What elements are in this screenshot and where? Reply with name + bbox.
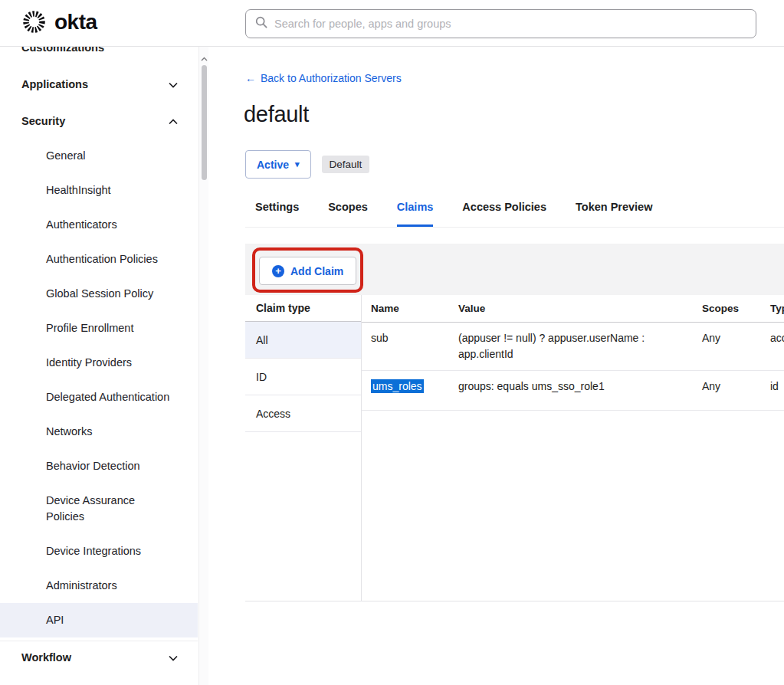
claim-value: groups: equals ums_sso_role1 bbox=[449, 371, 693, 402]
sidebar-item-label: Authenticators bbox=[46, 217, 117, 233]
sidebar-item-customizations[interactable]: Customizations bbox=[0, 47, 198, 55]
column-header-type: Type bbox=[761, 295, 784, 322]
top-bar: okta bbox=[0, 0, 784, 47]
tab-settings[interactable]: Settings bbox=[255, 201, 299, 227]
sidebar-item-label: Administrators bbox=[46, 578, 117, 594]
sidebar-item-api[interactable]: API bbox=[0, 603, 198, 637]
sidebar-item-label: Delegated Authentication bbox=[46, 389, 169, 405]
security-submenu: General HealthInsight Authenticators Aut… bbox=[0, 139, 198, 637]
claim-type-access[interactable]: Access bbox=[245, 395, 361, 432]
okta-wordmark: okta bbox=[54, 10, 97, 34]
sidebar-section-label: Workflow bbox=[21, 651, 71, 664]
sidebar-item-authenticators[interactable]: Authenticators bbox=[0, 208, 198, 242]
plus-circle-icon: + bbox=[272, 265, 284, 277]
sidebar-item-label: General bbox=[46, 148, 86, 164]
table-row[interactable]: ums_roles groups: equals ums_sso_role1 A… bbox=[362, 371, 784, 411]
chevron-down-icon bbox=[169, 78, 178, 90]
tab-bar: Settings Scopes Claims Access Policies T… bbox=[245, 201, 784, 228]
claims-table-header: Name Value Scopes Type bbox=[362, 295, 784, 323]
tab-token-preview[interactable]: Token Preview bbox=[576, 201, 652, 227]
add-claim-label: Add Claim bbox=[290, 265, 343, 277]
sidebar-item-general[interactable]: General bbox=[0, 139, 198, 173]
column-header-scopes: Scopes bbox=[693, 295, 761, 322]
scrollbar-thumb[interactable] bbox=[202, 65, 207, 180]
search-icon bbox=[255, 16, 267, 31]
sidebar-item-label: Authentication Policies bbox=[46, 251, 158, 267]
sidebar-section-applications[interactable]: Applications bbox=[0, 68, 198, 100]
claim-name: ums_roles bbox=[362, 371, 449, 402]
sidebar-item-label: Behavior Detection bbox=[46, 458, 140, 474]
add-claim-button[interactable]: + Add Claim bbox=[259, 257, 356, 285]
sidebar-item-networks[interactable]: Networks bbox=[0, 415, 198, 449]
sidebar-section-workflow[interactable]: Workflow bbox=[0, 641, 198, 673]
search-input[interactable] bbox=[274, 18, 746, 30]
global-search[interactable] bbox=[245, 9, 756, 38]
claim-type-id[interactable]: ID bbox=[245, 359, 361, 395]
sidebar-item-authentication-policies[interactable]: Authentication Policies bbox=[0, 242, 198, 277]
sidebar-section-label: Applications bbox=[21, 78, 88, 90]
claim-value: (appuser != null) ? appuser.userName : a… bbox=[449, 323, 693, 370]
claim-type-header: Claim type bbox=[245, 295, 361, 322]
scroll-up-icon[interactable] bbox=[199, 51, 209, 64]
sidebar-item-label: Profile Enrollment bbox=[46, 320, 133, 336]
column-header-name: Name bbox=[362, 295, 449, 322]
back-arrow-icon: ← bbox=[245, 72, 256, 84]
back-to-authorization-servers-link[interactable]: ← Back to Authorization Servers bbox=[245, 72, 402, 84]
sidebar-item-label: API bbox=[46, 612, 64, 628]
sidebar-item-global-session-policy[interactable]: Global Session Policy bbox=[0, 277, 198, 311]
chevron-up-icon bbox=[169, 115, 178, 127]
claims-table: Name Value Scopes Type sub (appuser != n… bbox=[362, 295, 784, 411]
active-label: Active bbox=[257, 159, 289, 171]
chevron-down-icon bbox=[169, 651, 178, 664]
claim-scopes: Any bbox=[693, 323, 761, 354]
claims-toolbar: + Add Claim bbox=[245, 244, 784, 295]
sidebar-item-delegated-authentication[interactable]: Delegated Authentication bbox=[0, 380, 198, 415]
sidebar-item-healthinsight[interactable]: HealthInsight bbox=[0, 173, 198, 208]
sidebar-item-administrators[interactable]: Administrators bbox=[0, 569, 198, 603]
okta-logo[interactable]: okta bbox=[21, 8, 97, 35]
sidebar-item-profile-enrollment[interactable]: Profile Enrollment bbox=[0, 311, 198, 346]
sidebar-section-label: Security bbox=[21, 115, 65, 127]
sidebar-item-label: HealthInsight bbox=[46, 182, 111, 198]
sidebar-item-label: Global Session Policy bbox=[46, 286, 153, 302]
sidebar-item-label: Networks bbox=[46, 424, 92, 440]
sidebar: Customizations Applications Security Gen… bbox=[0, 47, 198, 685]
column-header-value: Value bbox=[449, 295, 693, 322]
sidebar-item-label: Identity Providers bbox=[46, 355, 132, 371]
okta-ring-icon bbox=[21, 8, 48, 35]
sidebar-section-security[interactable]: Security bbox=[0, 105, 198, 137]
tab-scopes[interactable]: Scopes bbox=[328, 201, 368, 227]
sidebar-item-behavior-detection[interactable]: Behavior Detection bbox=[0, 449, 198, 483]
table-row[interactable]: sub (appuser != null) ? appuser.userName… bbox=[362, 323, 784, 371]
claim-type: id bbox=[761, 371, 784, 402]
default-badge: Default bbox=[322, 156, 370, 173]
sidebar-item-label: Device Integrations bbox=[46, 543, 141, 559]
selected-text-highlight: ums_roles bbox=[371, 379, 424, 393]
claim-type: access bbox=[761, 323, 784, 354]
claim-name: sub bbox=[362, 323, 449, 354]
claim-type-panel: Claim type All ID Access bbox=[245, 295, 362, 601]
sidebar-scrollbar[interactable] bbox=[198, 47, 208, 685]
active-status-dropdown[interactable]: Active ▾ bbox=[245, 150, 311, 179]
sidebar-item-device-assurance-policies[interactable]: Device Assurance Policies bbox=[0, 483, 198, 534]
page-title: default bbox=[244, 102, 309, 127]
tab-access-policies[interactable]: Access Policies bbox=[462, 201, 546, 227]
claim-type-all[interactable]: All bbox=[245, 322, 361, 359]
sidebar-item-identity-providers[interactable]: Identity Providers bbox=[0, 346, 198, 380]
sidebar-item-device-integrations[interactable]: Device Integrations bbox=[0, 534, 198, 569]
main-content: ← Back to Authorization Servers default … bbox=[245, 47, 784, 685]
status-row: Active ▾ Default bbox=[245, 150, 369, 179]
caret-down-icon: ▾ bbox=[295, 159, 300, 169]
tab-claims[interactable]: Claims bbox=[397, 201, 434, 227]
claim-scopes: Any bbox=[693, 371, 761, 402]
claims-content: Claim type All ID Access Name Value Scop… bbox=[245, 295, 784, 601]
sidebar-item-label: Device Assurance Policies bbox=[46, 493, 175, 525]
back-link-label: Back to Authorization Servers bbox=[261, 72, 402, 84]
